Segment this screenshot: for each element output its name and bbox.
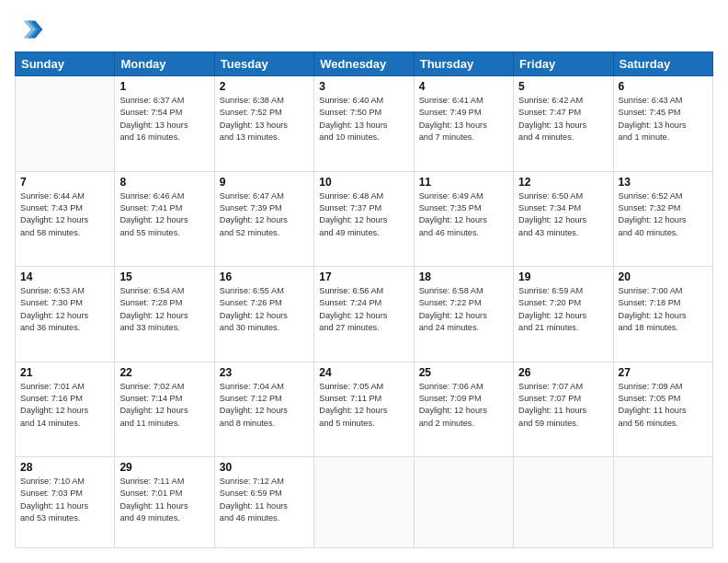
day-number: 3 <box>319 80 408 93</box>
day-number: 26 <box>518 366 608 379</box>
day-info: Sunrise: 7:04 AM Sunset: 7:12 PM Dayligh… <box>220 381 309 430</box>
calendar-cell: 14Sunrise: 6:53 AM Sunset: 7:30 PM Dayli… <box>16 267 115 362</box>
calendar-cell: 20Sunrise: 7:00 AM Sunset: 7:18 PM Dayli… <box>613 267 712 362</box>
calendar-cell: 8Sunrise: 6:46 AM Sunset: 7:41 PM Daylig… <box>115 171 214 267</box>
weekday-header-saturday: Saturday <box>613 52 712 76</box>
logo <box>15 15 48 44</box>
calendar-cell: 23Sunrise: 7:04 AM Sunset: 7:12 PM Dayli… <box>214 362 313 457</box>
day-info: Sunrise: 7:11 AM Sunset: 7:01 PM Dayligh… <box>119 476 209 524</box>
day-number: 12 <box>518 176 608 189</box>
calendar-cell: 30Sunrise: 7:12 AM Sunset: 6:59 PM Dayli… <box>214 457 313 548</box>
calendar-cell: 17Sunrise: 6:56 AM Sunset: 7:24 PM Dayli… <box>314 267 414 362</box>
day-number: 19 <box>518 270 608 283</box>
weekday-header-tuesday: Tuesday <box>214 52 313 76</box>
calendar-cell: 4Sunrise: 6:41 AM Sunset: 7:49 PM Daylig… <box>414 76 513 172</box>
logo-icon <box>15 15 44 44</box>
day-number: 13 <box>619 176 708 189</box>
day-number: 9 <box>220 176 309 189</box>
day-number: 4 <box>419 80 508 93</box>
day-number: 11 <box>419 176 508 189</box>
weekday-header-thursday: Thursday <box>414 52 513 76</box>
day-info: Sunrise: 7:07 AM Sunset: 7:07 PM Dayligh… <box>518 381 608 430</box>
day-number: 27 <box>619 366 708 379</box>
day-number: 5 <box>518 80 608 93</box>
day-info: Sunrise: 6:38 AM Sunset: 7:52 PM Dayligh… <box>220 95 309 144</box>
calendar-cell: 7Sunrise: 6:44 AM Sunset: 7:43 PM Daylig… <box>16 171 115 267</box>
day-number: 23 <box>220 366 309 379</box>
day-info: Sunrise: 6:46 AM Sunset: 7:41 PM Dayligh… <box>119 190 209 239</box>
day-info: Sunrise: 6:49 AM Sunset: 7:35 PM Dayligh… <box>419 190 508 239</box>
calendar-cell: 25Sunrise: 7:06 AM Sunset: 7:09 PM Dayli… <box>414 362 513 457</box>
day-number: 30 <box>220 461 309 474</box>
weekday-header-sunday: Sunday <box>16 52 115 76</box>
day-info: Sunrise: 6:59 AM Sunset: 7:20 PM Dayligh… <box>518 285 608 334</box>
day-number: 18 <box>419 270 508 283</box>
calendar-cell: 2Sunrise: 6:38 AM Sunset: 7:52 PM Daylig… <box>214 76 313 172</box>
day-info: Sunrise: 6:44 AM Sunset: 7:43 PM Dayligh… <box>20 190 109 239</box>
day-info: Sunrise: 6:54 AM Sunset: 7:28 PM Dayligh… <box>119 285 209 334</box>
day-info: Sunrise: 6:55 AM Sunset: 7:26 PM Dayligh… <box>220 285 309 334</box>
day-info: Sunrise: 7:09 AM Sunset: 7:05 PM Dayligh… <box>619 381 708 430</box>
calendar-cell: 6Sunrise: 6:43 AM Sunset: 7:45 PM Daylig… <box>613 76 712 172</box>
calendar-cell: 9Sunrise: 6:47 AM Sunset: 7:39 PM Daylig… <box>214 171 313 267</box>
day-info: Sunrise: 6:37 AM Sunset: 7:54 PM Dayligh… <box>119 95 209 144</box>
calendar-cell: 12Sunrise: 6:50 AM Sunset: 7:34 PM Dayli… <box>514 171 613 267</box>
day-number: 14 <box>20 270 109 283</box>
day-number: 7 <box>20 176 109 189</box>
day-info: Sunrise: 6:48 AM Sunset: 7:37 PM Dayligh… <box>319 190 408 239</box>
day-info: Sunrise: 6:41 AM Sunset: 7:49 PM Dayligh… <box>419 95 508 144</box>
day-info: Sunrise: 6:42 AM Sunset: 7:47 PM Dayligh… <box>518 95 608 144</box>
calendar-table: SundayMondayTuesdayWednesdayThursdayFrid… <box>15 52 713 548</box>
day-number: 20 <box>619 270 708 283</box>
day-number: 28 <box>20 461 109 474</box>
week-row-4: 21Sunrise: 7:01 AM Sunset: 7:16 PM Dayli… <box>16 362 713 457</box>
day-number: 10 <box>319 176 408 189</box>
week-row-1: 1Sunrise: 6:37 AM Sunset: 7:54 PM Daylig… <box>16 76 713 172</box>
calendar-cell <box>613 457 712 548</box>
calendar-cell: 19Sunrise: 6:59 AM Sunset: 7:20 PM Dayli… <box>514 267 613 362</box>
calendar-cell: 3Sunrise: 6:40 AM Sunset: 7:50 PM Daylig… <box>314 76 414 172</box>
page: SundayMondayTuesdayWednesdayThursdayFrid… <box>0 0 728 563</box>
week-row-2: 7Sunrise: 6:44 AM Sunset: 7:43 PM Daylig… <box>16 171 713 267</box>
calendar-cell <box>16 76 115 172</box>
day-number: 16 <box>220 270 309 283</box>
day-number: 8 <box>119 176 209 189</box>
calendar-cell <box>414 457 513 548</box>
weekday-header-monday: Monday <box>115 52 214 76</box>
day-info: Sunrise: 6:53 AM Sunset: 7:30 PM Dayligh… <box>20 285 109 334</box>
day-number: 1 <box>119 80 209 93</box>
day-number: 24 <box>319 366 408 379</box>
calendar-cell: 22Sunrise: 7:02 AM Sunset: 7:14 PM Dayli… <box>115 362 214 457</box>
calendar-cell: 29Sunrise: 7:11 AM Sunset: 7:01 PM Dayli… <box>115 457 214 548</box>
day-info: Sunrise: 7:01 AM Sunset: 7:16 PM Dayligh… <box>20 381 109 430</box>
day-info: Sunrise: 7:00 AM Sunset: 7:18 PM Dayligh… <box>619 285 708 334</box>
calendar-cell: 11Sunrise: 6:49 AM Sunset: 7:35 PM Dayli… <box>414 171 513 267</box>
day-number: 17 <box>319 270 408 283</box>
weekday-header-row: SundayMondayTuesdayWednesdayThursdayFrid… <box>16 52 713 76</box>
day-info: Sunrise: 6:43 AM Sunset: 7:45 PM Dayligh… <box>619 95 708 144</box>
calendar-cell <box>314 457 414 548</box>
day-info: Sunrise: 7:05 AM Sunset: 7:11 PM Dayligh… <box>319 381 408 430</box>
day-info: Sunrise: 7:12 AM Sunset: 6:59 PM Dayligh… <box>220 476 309 524</box>
week-row-5: 28Sunrise: 7:10 AM Sunset: 7:03 PM Dayli… <box>16 457 713 548</box>
day-info: Sunrise: 6:58 AM Sunset: 7:22 PM Dayligh… <box>419 285 508 334</box>
day-number: 15 <box>119 270 209 283</box>
header <box>15 15 713 44</box>
calendar-cell: 27Sunrise: 7:09 AM Sunset: 7:05 PM Dayli… <box>613 362 712 457</box>
calendar-cell: 26Sunrise: 7:07 AM Sunset: 7:07 PM Dayli… <box>514 362 613 457</box>
calendar-cell: 18Sunrise: 6:58 AM Sunset: 7:22 PM Dayli… <box>414 267 513 362</box>
calendar-cell: 10Sunrise: 6:48 AM Sunset: 7:37 PM Dayli… <box>314 171 414 267</box>
day-info: Sunrise: 6:50 AM Sunset: 7:34 PM Dayligh… <box>518 190 608 239</box>
weekday-header-friday: Friday <box>514 52 613 76</box>
day-info: Sunrise: 7:06 AM Sunset: 7:09 PM Dayligh… <box>419 381 508 430</box>
calendar-cell: 1Sunrise: 6:37 AM Sunset: 7:54 PM Daylig… <box>115 76 214 172</box>
day-info: Sunrise: 6:52 AM Sunset: 7:32 PM Dayligh… <box>619 190 708 239</box>
day-number: 25 <box>419 366 508 379</box>
weekday-header-wednesday: Wednesday <box>314 52 414 76</box>
calendar-cell <box>514 457 613 548</box>
calendar-cell: 28Sunrise: 7:10 AM Sunset: 7:03 PM Dayli… <box>16 457 115 548</box>
day-number: 2 <box>220 80 309 93</box>
day-info: Sunrise: 6:47 AM Sunset: 7:39 PM Dayligh… <box>220 190 309 239</box>
calendar-cell: 15Sunrise: 6:54 AM Sunset: 7:28 PM Dayli… <box>115 267 214 362</box>
day-number: 29 <box>119 461 209 474</box>
